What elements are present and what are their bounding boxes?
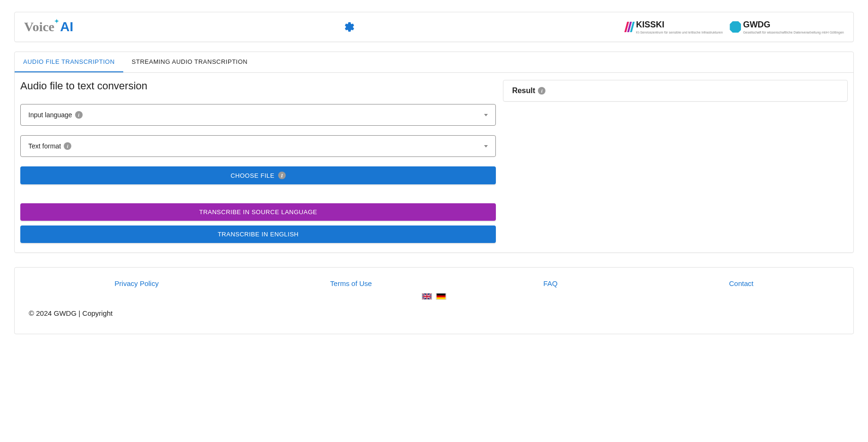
choose-file-label: CHOOSE FILE [230,172,274,179]
transcribe-english-button[interactable]: TRANSCRIBE IN ENGLISH [20,225,496,243]
choose-file-button[interactable]: CHOOSE FILE i [20,166,496,184]
result-card: Result i [503,80,848,102]
result-title: Result [512,87,535,95]
flag-uk-icon[interactable] [422,293,432,300]
kisski-label: KISSKI [636,20,723,30]
svg-rect-1 [437,294,446,295]
result-column: Result i [503,80,848,243]
logo-text-voice: Voice [24,19,54,35]
transcribe-english-label: TRANSCRIBE IN ENGLISH [218,231,299,238]
faq-link[interactable]: FAQ [544,279,558,287]
form-column: Audio file to text conversion Input lang… [20,80,496,243]
copyright-text: © 2024 GWDG | Copyright [29,309,839,317]
footer-links: Privacy Policy Terms of Use FAQ Contact [29,279,839,287]
info-icon: i [278,172,286,179]
partner-logos: KISSKI KI-Servicezentrum für sensible un… [626,20,844,35]
input-language-select[interactable]: Input language i [20,104,496,126]
contact-link[interactable]: Contact [729,279,754,287]
logo-text-ai: AI [60,19,73,35]
tabs-header: AUDIO FILE TRANSCRIPTION STREAMING AUDIO… [15,52,853,73]
svg-rect-3 [437,297,446,299]
result-title-wrap: Result i [512,87,839,95]
kisski-bars-icon [626,22,634,32]
terms-of-use-link[interactable]: Terms of Use [330,279,372,287]
header-center [344,21,355,33]
input-language-label-wrap: Input language i [28,111,83,119]
gear-icon[interactable] [344,21,355,33]
kisski-subtext: KI-Servicezentrum für sensible und kriti… [636,31,723,35]
svg-rect-2 [437,295,446,297]
privacy-policy-link[interactable]: Privacy Policy [115,279,159,287]
text-format-label: Text format [28,142,61,150]
language-flags [29,293,839,300]
info-icon[interactable]: i [538,87,545,95]
chevron-down-icon [484,114,488,116]
flag-germany-icon[interactable] [436,293,446,300]
voiceai-logo: Voice✦AI [24,19,73,35]
gwdg-subtext: Gesellschaft für wissenschaftliche Daten… [743,31,844,35]
header-card: Voice✦AI KISSKI KI-Servicezentrum für se… [14,12,854,42]
tab-streaming-audio-transcription[interactable]: STREAMING AUDIO TRANSCRIPTION [123,52,256,72]
gwdg-logo: GWDG Gesellschaft für wissenschaftliche … [730,20,844,35]
logo-decorator-icon: ✦ [54,18,59,25]
text-format-select[interactable]: Text format i [20,135,496,157]
info-icon[interactable]: i [75,111,83,119]
footer: Privacy Policy Terms of Use FAQ Contact … [14,267,854,334]
gwdg-label: GWDG [743,20,844,30]
gwdg-icon [730,21,741,33]
text-format-label-wrap: Text format i [28,142,71,150]
transcribe-source-label: TRANSCRIBE IN SOURCE LANGUAGE [199,208,317,216]
kisski-logo: KISSKI KI-Servicezentrum für sensible un… [626,20,723,35]
chevron-down-icon [484,145,488,147]
input-language-label: Input language [28,111,72,119]
tab-content: Audio file to text conversion Input lang… [15,73,853,252]
section-title: Audio file to text conversion [20,80,496,92]
tabs-container: AUDIO FILE TRANSCRIPTION STREAMING AUDIO… [14,52,854,253]
tab-audio-file-transcription[interactable]: AUDIO FILE TRANSCRIPTION [15,52,123,72]
info-icon[interactable]: i [64,142,71,150]
transcribe-source-button[interactable]: TRANSCRIBE IN SOURCE LANGUAGE [20,203,496,221]
